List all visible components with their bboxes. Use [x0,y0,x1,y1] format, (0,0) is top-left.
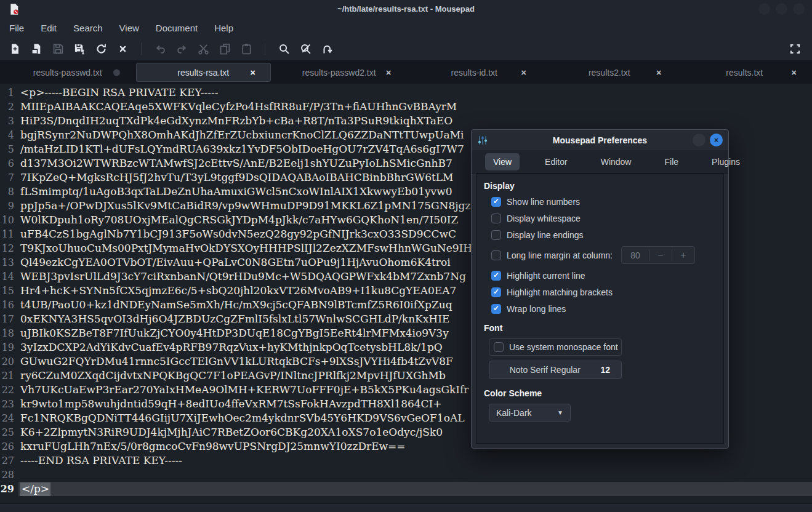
menu-document[interactable]: Document [156,23,198,33]
checkbox-box[interactable] [491,230,501,240]
color-scheme-dropdown[interactable]: Kali-Dark ▼ [489,404,571,422]
tab-results2-txt[interactable]: results2.txt× [542,63,677,82]
mousepad-window: ~/htb/late/results-rsa.txt - Mousepad Fi… [0,0,812,512]
dialog-close-icon[interactable]: × [710,134,723,146]
line-number: 1 [0,86,18,100]
checkbox-box[interactable] [491,214,501,223]
display-section-header: Display [484,181,723,191]
dialog-titlebar[interactable]: Mousepad Preferences × [472,130,728,150]
tab-results-txt[interactable]: results.txt× [678,63,812,82]
dialog-tab-view[interactable]: View [485,153,520,170]
dialog-minimize-button[interactable] [693,134,705,146]
window-title: ~/htb/late/results-rsa.txt - Mousepad [0,4,812,14]
editor-line: 29</p> [0,482,812,496]
tab-close-icon[interactable]: × [386,67,392,78]
menu-view[interactable]: View [119,23,139,33]
font-chooser-button[interactable]: Noto Serif Regular 12 [489,361,622,379]
line-text: <p>-----BEGIN RSA PRIVATE KEY----- [18,86,812,100]
menu-search[interactable]: Search [73,23,103,33]
checkbox-show-line-numbers[interactable]: ✓Show line numbers [491,196,723,207]
line-number: 15 [0,284,18,298]
redo-icon[interactable] [173,40,190,57]
undo-icon[interactable] [151,40,169,57]
line-number: 8 [0,185,18,199]
checkbox-display-whitespace[interactable]: Display whitespace [491,213,723,223]
spinner-increase-icon[interactable]: + [672,250,694,261]
line-text: </p> [18,482,812,496]
tab-results-passwd2-txt[interactable]: results-passwd2.txt× [272,63,406,82]
checkbox-wrap-long-lines[interactable]: ✓Wrap long lines [491,303,723,314]
tab-close-icon[interactable]: × [250,67,255,78]
dialog-tab-editor[interactable]: Editor [537,153,576,170]
checkbox-box[interactable] [494,342,504,352]
long-line-margin-spinner[interactable]: 80−+ [621,246,695,264]
fullscreen-icon[interactable] [786,40,803,57]
checkbox-highlight-matching-brackets[interactable]: ✓Highlight matching brackets [491,287,723,297]
toolbar-separator [141,42,142,55]
line-number: 20 [0,354,18,369]
preferences-dialog: Mousepad Preferences × ViewEditorWindowF… [471,129,729,449]
save-icon[interactable] [49,40,66,57]
checkbox-label: Wrap long lines [507,304,566,314]
checkbox-box[interactable]: ✓ [491,287,501,297]
dialog-content: Display ✓Show line numbersDisplay whites… [476,174,724,444]
reload-icon[interactable] [92,40,110,57]
line-number: 9 [0,199,18,213]
dialog-tab-file[interactable]: File [656,153,686,170]
checkbox-label: Highlight matching brackets [507,287,613,297]
window-maximize-button[interactable] [776,3,787,15]
cut-icon[interactable] [195,40,212,57]
checkbox-use-system-monospace-font[interactable]: Use system monospace font [489,338,622,356]
checkbox-box[interactable]: ✓ [491,197,501,207]
tab-label: results2.txt [589,68,630,78]
dialog-tab-plugins[interactable]: Plugins [704,153,748,170]
checkbox-box[interactable]: ✓ [491,271,501,281]
window-close-button[interactable] [793,3,805,15]
tab-close-icon[interactable]: × [521,67,526,78]
line-number: 28 [0,468,18,482]
tab-label: results-rsa.txt [177,68,229,78]
menu-file[interactable]: File [9,23,24,33]
close-document-icon[interactable] [114,40,131,57]
toolbar-separator [265,42,265,55]
paste-icon[interactable] [238,40,255,57]
new-document-icon[interactable] [6,40,23,57]
menu-edit[interactable]: Edit [41,23,57,33]
tab-results-id-txt[interactable]: results-id.txt× [408,63,542,82]
line-number: 22 [0,383,18,397]
line-number: 5 [0,142,18,156]
tab-results-passwd-txt[interactable]: results-passwd.txt [1,63,135,82]
window-minimize-button[interactable] [758,3,770,15]
tab-label: results-passwd.txt [33,68,102,78]
line-number: 13 [0,255,18,270]
tab-results-rsa-txt[interactable]: results-rsa.txt× [136,63,271,82]
checkbox-long-line-margin-at-column[interactable]: Long line margin at column:80−+ [491,246,723,264]
line-number: 6 [0,156,18,170]
font-size: 12 [600,365,621,375]
find-icon[interactable] [275,40,292,57]
modified-indicator-dot [113,69,120,76]
checkbox-box[interactable]: ✓ [491,304,501,314]
dialog-tabstrip: ViewEditorWindowFilePlugins [472,150,728,174]
dialog-tab-window[interactable]: Window [593,153,640,170]
checkbox-display-line-endings[interactable]: Display line endings [491,230,723,240]
checkbox-box[interactable] [491,250,501,260]
line-number: 14 [0,270,18,284]
copy-icon[interactable] [216,40,233,57]
go-to-icon[interactable] [318,40,336,57]
menu-help[interactable]: Help [214,23,233,33]
font-name: Noto Serif Regular [489,365,600,375]
line-number: 25 [0,425,18,439]
checkbox-highlight-current-line[interactable]: ✓Highlight current line [491,270,723,281]
spinner-decrease-icon[interactable]: − [649,250,672,261]
tab-label: results.txt [726,68,763,78]
tab-close-icon[interactable]: × [656,67,662,78]
line-number: 26 [0,439,18,454]
checkbox-label: Show line numbers [507,197,580,207]
tab-close-icon[interactable]: × [791,67,797,78]
editor-line: 28 [0,468,812,482]
find-replace-icon[interactable] [297,40,314,57]
save-as-icon[interactable] [71,40,88,57]
open-document-icon[interactable] [28,40,45,57]
line-number: 10 [0,213,18,227]
